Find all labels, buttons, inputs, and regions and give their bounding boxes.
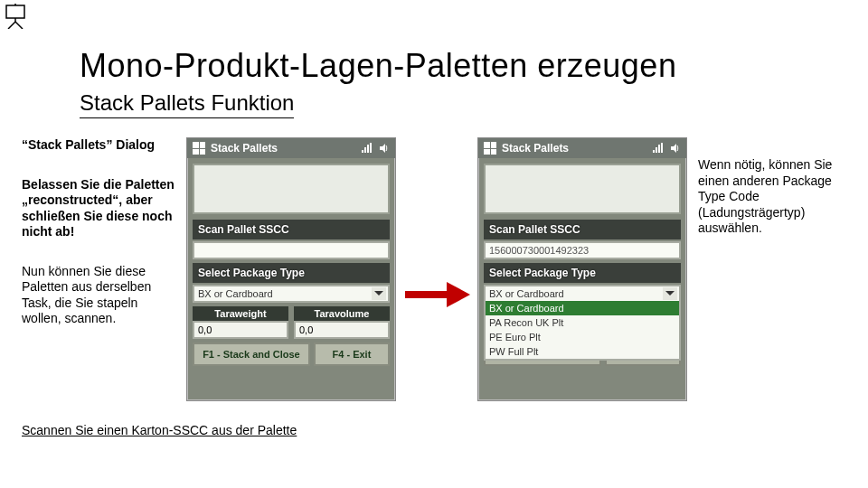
window-titlebar: Stack Pallets [478,138,686,158]
select-package-type[interactable]: BX or Cardboard [193,285,390,303]
select-value: BX or Cardboard [198,288,273,299]
easel-icon [4,4,27,29]
dropdown-option[interactable]: PW Full Plt [486,344,679,359]
select-package-type[interactable]: BX or Cardboard BX or Cardboard PA Recon… [484,285,681,303]
dropdown-option[interactable]: PE Euro Plt [486,330,679,344]
svg-rect-0 [6,5,24,18]
label-select-package: Select Package Type [484,263,681,283]
window-titlebar: Stack Pallets [187,138,395,158]
svg-rect-5 [405,291,447,298]
input-sscc[interactable] [193,241,390,259]
label-select-package: Select Package Type [193,263,390,283]
para-package-type-note: Wenn nötig, können Sie einen anderen Pac… [698,157,857,237]
windows-start-icon[interactable] [484,142,496,155]
button-f4-exit[interactable]: F4 - Exit [314,343,390,366]
input-sscc[interactable]: 156000730001492323 [484,241,681,259]
left-text-column: “Stack Pallets” Dialog Belassen Sie die … [22,137,179,351]
select-value: BX or Cardboard [489,288,564,299]
message-box [484,164,681,214]
arrow-right-icon [405,282,470,307]
signal-icon [652,143,665,154]
label-taraweight: Taraweight [193,306,288,321]
window-title: Stack Pallets [211,142,355,155]
input-taraweight[interactable]: 0,0 [193,321,288,339]
device-screenshot-left: Stack Pallets Scan Pallet SSCC Select Pa… [186,137,396,401]
input-taravolume[interactable]: 0,0 [294,321,390,339]
slide-title: Mono-Produkt-Lagen-Paletten erzeugen [80,47,676,85]
dropdown-option[interactable]: PA Recon UK Plt [486,315,679,330]
dropdown-option[interactable]: BX or Cardboard [486,301,679,315]
svg-line-3 [8,22,15,29]
bottom-instruction: Scannen Sie einen Karton-SSCC aus der Pa… [22,423,297,437]
window-title: Stack Pallets [502,142,646,155]
slide-subtitle: Stack Pallets Funktion [80,90,294,118]
label-scan-sscc: Scan Pallet SSCC [484,220,681,239]
message-box [193,164,390,214]
label-taravolume: Taravolume [294,306,390,321]
svg-line-4 [15,22,23,29]
windows-start-icon[interactable] [193,142,205,155]
device-screenshot-right: Stack Pallets Scan Pallet SSCC 156000730… [477,137,687,401]
chevron-down-icon[interactable] [663,287,677,300]
chevron-down-icon[interactable] [372,287,386,300]
right-text-column: Wenn nötig, können Sie einen anderen Pac… [698,157,857,237]
button-f1-stack-close[interactable]: F1 - Stack and Close [193,343,310,366]
label-scan-sscc: Scan Pallet SSCC [193,220,390,239]
para-reconstructed-note: Belassen Sie die Paletten „reconstructed… [22,177,179,240]
signal-icon [361,143,373,154]
volume-icon [379,143,390,154]
para-dialog-title: “Stack Pallets” Dialog [22,137,179,154]
para-scan-instruction: Nun können Sie diese Paletten aus dersel… [22,264,179,327]
volume-icon [670,143,681,154]
package-type-dropdown[interactable]: BX or Cardboard PA Recon UK Plt PE Euro … [484,301,681,361]
